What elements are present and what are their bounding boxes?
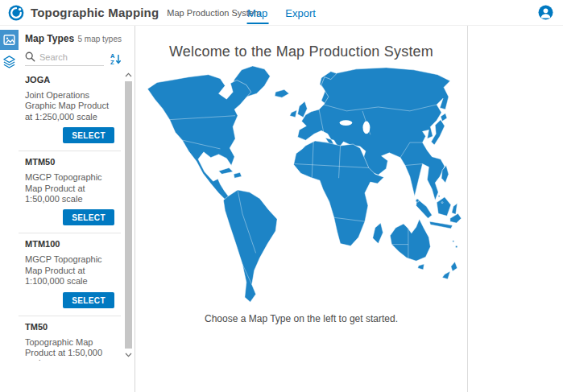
map-type-card-joga: JOGA Joint Operations Graphic Map Produc… (19, 69, 121, 151)
map-type-description: Topographic Map Product at 1:50,000 scal… (25, 337, 116, 361)
map-preview-icon[interactable] (0, 30, 19, 50)
search-input[interactable] (39, 52, 96, 62)
search-box (25, 52, 104, 66)
footer-hint: Choose a Map Type on the left to get sta… (205, 313, 398, 324)
map-type-description: MGCP Topographic Map Product at 1:100,00… (25, 254, 116, 287)
search-row: A Z (25, 52, 122, 66)
map-type-description: Joint Operations Graphic Map Product at … (25, 90, 116, 122)
map-type-name: MTM100 (25, 239, 116, 249)
sidebar-scrollbar-thumb[interactable] (125, 81, 132, 349)
map-type-name: MTM50 (25, 157, 116, 167)
sort-az-icon[interactable]: A Z (110, 52, 122, 65)
svg-text:Z: Z (110, 59, 114, 65)
right-empty-region (468, 26, 563, 392)
app-body: Map Types 5 map types A Z (0, 26, 563, 392)
map-type-description: MGCP Topographic Map Product at 1:50,000… (25, 172, 116, 204)
chevron-up-icon[interactable] (122, 69, 135, 80)
welcome-title: Welcome to the Map Production System (169, 43, 433, 60)
map-type-card-mtm50: MTM50 MGCP Topographic Map Product at 1:… (19, 151, 121, 233)
header-tabs: Map Export (246, 0, 317, 26)
app-window: Topographic Mapping Map Production Syste… (0, 0, 563, 392)
sidebar-header: Map Types 5 map types (19, 33, 135, 44)
map-type-card-tm50: TM50 Topographic Map Product at 1:50,000… (19, 316, 121, 361)
app-header: Topographic Mapping Map Production Syste… (0, 0, 563, 26)
map-type-name: TM50 (25, 322, 116, 332)
select-button-mtm100[interactable]: SELECT (63, 292, 114, 308)
main-panel: Welcome to the Map Production System (135, 26, 468, 392)
magnifier-icon (25, 52, 35, 62)
map-types-count: 5 map types (78, 35, 122, 43)
sidebar-scrollbar (122, 69, 135, 361)
globe-logo-icon (8, 5, 24, 21)
map-types-sidebar: Map Types 5 map types A Z (19, 26, 135, 392)
world-map (141, 64, 462, 310)
app-title: Topographic Mapping (31, 6, 159, 19)
panel-tool-strip (0, 26, 19, 392)
tab-map[interactable]: Map (246, 2, 268, 24)
layers-icon[interactable] (0, 52, 19, 72)
select-button-joga[interactable]: SELECT (63, 127, 114, 143)
sidebar-title: Map Types (25, 33, 74, 44)
map-type-name: JOGA (25, 75, 116, 85)
account-icon[interactable] (537, 5, 553, 21)
select-button-mtm50[interactable]: SELECT (63, 209, 114, 225)
tab-export[interactable]: Export (284, 2, 317, 24)
map-type-card-mtm100: MTM100 MGCP Topographic Map Product at 1… (19, 233, 121, 315)
map-type-list: JOGA Joint Operations Graphic Map Produc… (19, 69, 135, 361)
chevron-down-icon[interactable] (122, 349, 135, 361)
